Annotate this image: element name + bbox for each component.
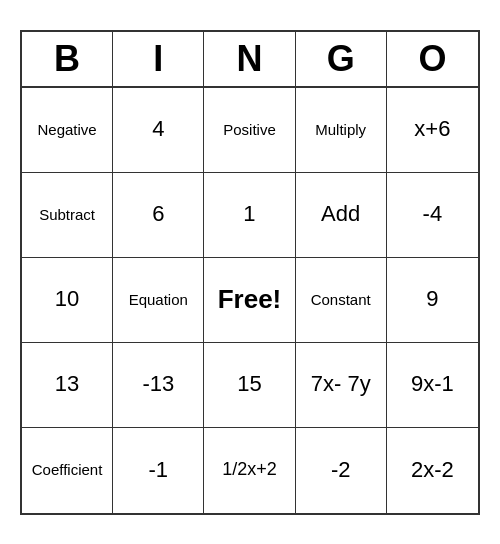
cell-3: Multiply — [296, 88, 387, 173]
cell-12: Free! — [204, 258, 295, 343]
cell-16: -13 — [113, 343, 204, 428]
header-letter-g: G — [296, 32, 387, 86]
header-letter-i: I — [113, 32, 204, 86]
cell-1: 4 — [113, 88, 204, 173]
cell-21: -1 — [113, 428, 204, 513]
cell-13: Constant — [296, 258, 387, 343]
cell-20: Coefficient — [22, 428, 113, 513]
cell-0: Negative — [22, 88, 113, 173]
cell-10: 10 — [22, 258, 113, 343]
cell-9: -4 — [387, 173, 478, 258]
cell-11: Equation — [113, 258, 204, 343]
cell-22: 1/2x+2 — [204, 428, 295, 513]
cell-17: 15 — [204, 343, 295, 428]
header-letter-b: B — [22, 32, 113, 86]
cell-24: 2x-2 — [387, 428, 478, 513]
cell-23: -2 — [296, 428, 387, 513]
bingo-card: BINGO Negative4PositiveMultiplyx+6Subtra… — [20, 30, 480, 515]
cell-4: x+6 — [387, 88, 478, 173]
cell-8: Add — [296, 173, 387, 258]
header-letter-o: O — [387, 32, 478, 86]
cell-6: 6 — [113, 173, 204, 258]
header-letter-n: N — [204, 32, 295, 86]
cell-5: Subtract — [22, 173, 113, 258]
cell-15: 13 — [22, 343, 113, 428]
cell-2: Positive — [204, 88, 295, 173]
cell-19: 9x-1 — [387, 343, 478, 428]
bingo-grid: Negative4PositiveMultiplyx+6Subtract61Ad… — [22, 88, 478, 513]
cell-7: 1 — [204, 173, 295, 258]
header-row: BINGO — [22, 32, 478, 88]
cell-14: 9 — [387, 258, 478, 343]
cell-18: 7x- 7y — [296, 343, 387, 428]
